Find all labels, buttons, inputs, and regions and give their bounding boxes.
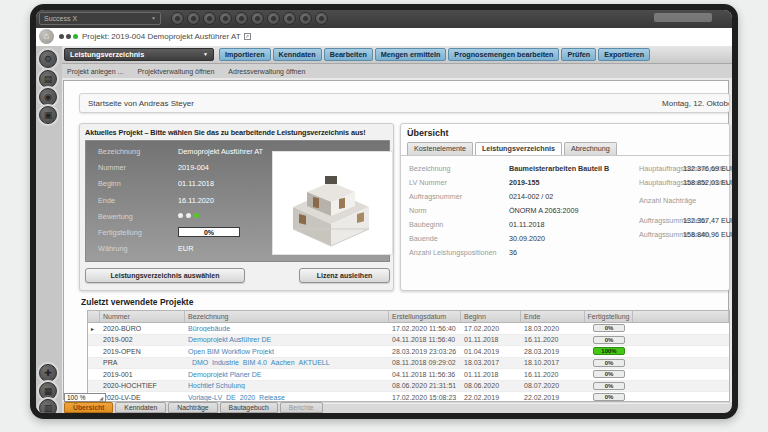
chevron-down-icon: ▼ — [203, 49, 208, 60]
titlebar-button[interactable] — [251, 12, 264, 25]
cell-bezeichnung-link[interactable]: Hochtief Schulung — [185, 382, 389, 389]
column-header[interactable]: Nummer — [100, 311, 185, 322]
overview-label: LV Nummer — [409, 178, 447, 187]
ribbon-toolbar: Leistungsverzeichnis ▼ ImportierenKennda… — [62, 46, 732, 64]
ribbon-button[interactable]: Kenndaten — [273, 48, 322, 61]
cell-erstellungsdatum: 28.03.2019 23:03:26 — [389, 348, 461, 355]
cell-fertigstellung: 0% — [585, 359, 633, 367]
column-header[interactable]: Erstellungsdatum — [389, 311, 461, 322]
overview-value: 132.376,69 EUR — [683, 164, 732, 173]
titlebar-button[interactable] — [267, 12, 280, 25]
cell-bezeichnung-link[interactable]: Bürogebäude — [185, 325, 389, 332]
ribbon-button[interactable]: Mengen ermitteln — [375, 48, 447, 61]
bottom-tab[interactable]: Kenndaten — [115, 402, 166, 413]
table-row[interactable]: 2019-001Demoprojekt Planer DE04.11.2018 … — [88, 369, 729, 381]
home-icon[interactable]: ⌂ — [39, 29, 54, 44]
ribbon-button[interactable]: Bearbeiten — [324, 48, 373, 61]
ribbon-button[interactable]: Importieren — [219, 48, 271, 61]
column-header[interactable]: Fertigstellung — [585, 311, 633, 322]
table-row[interactable]: ▸2020-BÜROBürogebäude17.02.2020 11:56:40… — [88, 323, 729, 335]
sidebar-icon-5[interactable]: ✚ — [39, 364, 57, 382]
bottom-tab[interactable]: Übersicht — [64, 402, 113, 413]
cell-bezeichnung-link[interactable]: _DMO_Industrie_BIM 4.0_Aachen_AKTUELL — [185, 359, 389, 366]
titlebar-button[interactable] — [187, 12, 200, 25]
completion-pill: 0% — [593, 393, 625, 401]
table-row[interactable]: 2019-OPENOpen BIM Workflow Projekt28.03.… — [88, 346, 729, 358]
titlebar-button[interactable] — [171, 12, 184, 25]
column-header[interactable] — [88, 311, 100, 322]
overview-tab[interactable]: Kostenelemente — [407, 142, 473, 155]
cell-fertigstellung: 0% — [585, 336, 633, 344]
overview-label: Baubeginn — [409, 220, 443, 229]
workspace-dropdown[interactable]: Success X ▼ — [39, 12, 161, 25]
overview-tab[interactable]: Leistungsverzeichnis — [475, 142, 562, 156]
completion-progress: 0% — [178, 227, 240, 237]
cell-ende: 18.03.2020 — [521, 325, 585, 332]
zoom-input[interactable]: 100 % ◢ — [64, 393, 106, 402]
resize-handle-icon[interactable]: ◢ — [99, 394, 103, 401]
cell-beginn: 01.11.2018 — [461, 371, 521, 378]
completion-pill: 0% — [593, 336, 625, 344]
cell-bezeichnung-link[interactable]: Demoprojekt Ausführer DE — [185, 336, 389, 343]
sidebar-icon-6[interactable]: ▦ — [39, 382, 57, 400]
external-link-icon[interactable]: ↗ — [244, 33, 251, 40]
titlebar-button[interactable] — [299, 12, 312, 25]
cell-erstellungsdatum: 08.11.2018 09:29:02 — [389, 359, 461, 366]
overview-label: Anzahl Leistungspositionen — [409, 248, 497, 257]
gear-icon[interactable]: ⚙ — [39, 50, 57, 68]
overview-tabs: KostenelementeLeistungsverzeichnisAbrech… — [407, 142, 619, 156]
cell-bezeichnung-link[interactable]: Open BIM Workflow Projekt — [185, 348, 389, 355]
overview-value: 0214-002 / 02 — [509, 192, 553, 201]
table-row[interactable]: 2020-HOCHTIEFHochtief Schulung08.06.2020… — [88, 381, 729, 393]
cell-beginn: 01.11.2018 — [461, 336, 521, 343]
bottom-tab[interactable]: Bautagebuch — [220, 402, 278, 413]
quick-access-toolbar: Success X ▼ — [36, 10, 732, 28]
borrow-license-button[interactable]: Lizenz ausleihen — [299, 268, 390, 283]
titlebar-button[interactable] — [203, 12, 216, 25]
column-header[interactable]: Beginn — [461, 311, 521, 322]
module-dropdown[interactable]: Leistungsverzeichnis ▼ — [64, 48, 214, 61]
sidebar-icon-3[interactable]: ◉ — [39, 88, 57, 106]
titlebar-button[interactable] — [219, 12, 232, 25]
project-field-label: Fertigstellung — [98, 228, 142, 237]
table-row[interactable]: 2019-002Demoprojekt Ausführer DE04.11.20… — [88, 335, 729, 347]
overview-title: Übersicht — [407, 128, 449, 138]
menu-link[interactable]: Projektverwaltung öffnen — [137, 68, 214, 75]
screenshot-page: Success X ▼ ⌂ Projekt: 2019-004 Demoproj… — [0, 0, 768, 432]
cell-bezeichnung-link[interactable]: Demoprojekt Planer DE — [185, 371, 389, 378]
table-row[interactable]: PRA_DMO_Industrie_BIM 4.0_Aachen_AKTUELL… — [88, 358, 729, 370]
left-sidebar: ⚙▤◉▣✚▦▥ — [36, 46, 62, 413]
overview-tab[interactable]: Abrechnung — [564, 142, 617, 155]
cell-ende: 18.10.2017 — [521, 359, 585, 366]
rating-dots — [178, 213, 199, 218]
cell-ende: 16.11.2020 — [521, 371, 585, 378]
cell-bezeichnung-link[interactable]: Vorlage-LV_DE_2020_Release — [185, 394, 389, 401]
overview-value: 36 — [509, 248, 517, 257]
sidebar-icon-2[interactable]: ▤ — [39, 70, 57, 88]
titlebar-button[interactable] — [315, 12, 328, 25]
column-header[interactable] — [633, 311, 729, 322]
ribbon-button[interactable]: Exportieren — [598, 48, 650, 61]
menu-link[interactable]: Adressverwaltung öffnen — [228, 68, 305, 75]
cell-nummer: PRA — [100, 359, 185, 366]
completion-pill: 0% — [593, 359, 625, 367]
sidebar-icon-4[interactable]: ▣ — [39, 106, 57, 124]
ribbon-button[interactable]: Prognosemengen bearbeiten — [448, 48, 559, 61]
ribbon-button[interactable]: Prüfen — [561, 48, 596, 61]
bottom-tab[interactable]: Berichte — [280, 402, 323, 413]
select-lv-button[interactable]: Leistungsverzeichnis auswählen — [85, 268, 245, 283]
project-field-label: Nummer — [98, 163, 126, 172]
titlebar-button[interactable] — [283, 12, 296, 25]
titlebar-button[interactable] — [235, 12, 248, 25]
current-project-panel-title: Aktuelles Projekt – Bitte wählen Sie das… — [85, 128, 391, 137]
status-bar: 100 % ◢ ÜbersichtKenndatenNachträgeBauta… — [62, 402, 732, 413]
cell-erstellungsdatum: 17.02.2020 15:08:23 — [389, 394, 461, 401]
cell-fertigstellung: 0% — [585, 393, 633, 401]
menu-link[interactable]: Projekt anlegen ... — [67, 68, 123, 75]
bottom-tab[interactable]: Nachträge — [168, 402, 217, 413]
sidebar-icon-7[interactable]: ▥ — [39, 399, 57, 413]
column-header[interactable]: Bezeichnung — [185, 311, 389, 322]
overview-label: Auftragsnummer — [409, 192, 462, 201]
column-header[interactable]: Ende — [521, 311, 585, 322]
rating-dot — [186, 213, 191, 218]
